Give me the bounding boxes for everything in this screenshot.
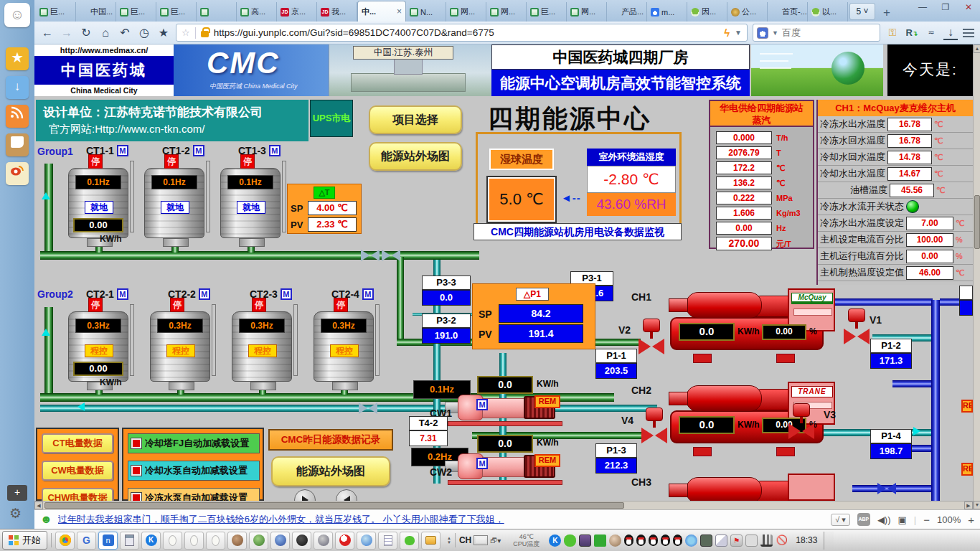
tower-mode-badge[interactable]: 就地 bbox=[161, 201, 189, 214]
horizontal-scroll-thumb[interactable] bbox=[44, 502, 624, 509]
tray-qq-icon[interactable] bbox=[661, 534, 670, 546]
chw-energy-button[interactable]: CHW电量数据 bbox=[42, 488, 113, 501]
tab-5[interactable] bbox=[197, 2, 237, 22]
fullscreen-icon[interactable]: ▣ bbox=[898, 514, 907, 525]
scroll-up-arrow[interactable]: ▲ bbox=[974, 44, 980, 53]
window-close-button[interactable]: ✕ bbox=[957, 0, 980, 16]
tray-copy-icon[interactable] bbox=[715, 534, 727, 547]
tray-qq-icon[interactable] bbox=[636, 534, 646, 546]
chilled-valve-icon[interactable] bbox=[877, 483, 896, 494]
sidebar-add-button[interactable]: + bbox=[7, 485, 27, 501]
manual-valve-icon[interactable] bbox=[382, 250, 400, 261]
motor-valve-v3[interactable] bbox=[786, 403, 817, 441]
tray-compass-icon[interactable] bbox=[685, 534, 697, 547]
scroll-left-arrow[interactable]: ◀ bbox=[34, 501, 43, 509]
tray-flag-error-icon[interactable]: ⚑ bbox=[730, 534, 743, 547]
setpoint-value[interactable]: 46.00 bbox=[906, 266, 953, 280]
translate-icon[interactable]: R↴ bbox=[905, 27, 919, 38]
cooling-tower-ct1-2[interactable]: 停 0.1Hz 就地 bbox=[141, 156, 210, 247]
forward-button[interactable]: → bbox=[60, 27, 74, 39]
field-map-button-2[interactable]: 能源站外场图 bbox=[271, 456, 390, 486]
cooling-tower-ct1-1[interactable]: 停 0.1Hz 就地 0.00 KW/h bbox=[65, 156, 134, 247]
tray-signal-icon[interactable] bbox=[760, 534, 773, 547]
search-input[interactable] bbox=[782, 27, 861, 38]
taskbar-calculator-icon[interactable] bbox=[120, 532, 139, 550]
zoom-in-button[interactable]: + bbox=[968, 514, 974, 526]
downloads-icon[interactable]: ↓ bbox=[943, 26, 958, 40]
tab-1[interactable]: 巨... bbox=[36, 2, 76, 22]
taskbar-spinner[interactable]: ▲▼ bbox=[447, 537, 451, 545]
taskbar-g-icon[interactable]: G bbox=[77, 532, 96, 550]
url-dropdown-icon[interactable]: ▼ bbox=[735, 29, 742, 37]
scroll-down-arrow[interactable]: ▼ bbox=[974, 501, 980, 509]
tab-17[interactable]: 因... bbox=[687, 2, 727, 22]
settings-gear-icon[interactable]: ⚙ bbox=[9, 505, 22, 522]
tower-auto-load-row[interactable]: 冷却塔FJ自动加减载设置 bbox=[128, 433, 260, 453]
start-button[interactable]: 开始 bbox=[2, 531, 47, 550]
tab-3[interactable]: 巨... bbox=[116, 2, 156, 22]
tab-12[interactable]: 网... bbox=[486, 2, 527, 22]
field-map-button[interactable]: 能源站外场图 bbox=[369, 142, 462, 171]
manual-m-badge[interactable]: M bbox=[117, 288, 128, 300]
yesterday-energy-record-button[interactable]: CMC昨日能源数据记录 bbox=[268, 429, 393, 451]
cw-energy-button[interactable]: CW电量数据 bbox=[42, 461, 113, 481]
language-indicator[interactable]: CH bbox=[459, 535, 471, 545]
vertical-scroll-thumb[interactable] bbox=[974, 195, 980, 249]
tab-10[interactable]: N... bbox=[406, 2, 446, 22]
taskbar-egg-icon[interactable] bbox=[163, 532, 182, 550]
power-monitor-link[interactable]: CMC四期能源站机房用电设备数据监视 bbox=[473, 223, 682, 240]
tower-mode-badge[interactable]: 就地 bbox=[85, 201, 113, 214]
designer-line2[interactable]: 官方网站:Http://www.cn-tkn.com/ bbox=[49, 123, 205, 136]
tray-qq-icon[interactable] bbox=[673, 534, 682, 546]
taskbar-egg-icon[interactable] bbox=[206, 532, 225, 550]
manual-m-badge[interactable]: M bbox=[269, 145, 281, 156]
project-select-button[interactable]: 项目选择 bbox=[369, 105, 462, 134]
search-box[interactable]: ▼ bbox=[753, 24, 880, 42]
password-key-icon[interactable]: ⚿ bbox=[885, 27, 900, 39]
motor-valve-v4[interactable] bbox=[639, 408, 670, 445]
cooling-tower-ct2-2[interactable]: 停 0.3Hz 程控 bbox=[147, 300, 216, 390]
mute-page-icon[interactable]: ◀)) bbox=[877, 514, 891, 525]
nav-back-round-button[interactable] bbox=[336, 489, 357, 501]
tab-19[interactable]: 首页-... bbox=[768, 2, 808, 22]
manual-m-badge[interactable]: M bbox=[476, 458, 488, 469]
tab-20[interactable]: 以... bbox=[808, 2, 848, 22]
vertical-scrollbar[interactable]: ▲ ▼ bbox=[973, 44, 980, 509]
home-button[interactable]: ⌂ bbox=[98, 27, 113, 39]
tower-mode-badge[interactable]: 程控 bbox=[85, 344, 113, 357]
keyboard-layout-icon[interactable] bbox=[473, 535, 488, 545]
site-url[interactable]: http://www.medmax.cn/ bbox=[34, 44, 174, 56]
lightning-icon[interactable]: ϟ bbox=[724, 27, 730, 39]
red-checkbox-icon[interactable] bbox=[131, 466, 141, 476]
rss-icon[interactable] bbox=[6, 105, 29, 128]
manual-valve-icon[interactable] bbox=[359, 402, 377, 414]
cooling-tower-ct2-1[interactable]: 停 0.3Hz 程控 0.00 KW/h bbox=[65, 300, 134, 390]
tower-mode-badge[interactable]: 就地 bbox=[237, 201, 265, 214]
manual-m-badge[interactable]: M bbox=[281, 288, 292, 300]
window-minimize-button[interactable]: — bbox=[911, 0, 934, 16]
browser-logo-icon[interactable]: ☺ bbox=[4, 3, 30, 27]
zoom-level[interactable]: 100% bbox=[937, 514, 961, 525]
taskbar-egg-icon[interactable] bbox=[184, 532, 204, 550]
setpoint-value[interactable]: 100.00 bbox=[906, 233, 953, 247]
script-toggle-button[interactable]: √ ▾ bbox=[831, 514, 850, 526]
cooling-tower-ct1-3[interactable]: 停 0.1Hz 就地 bbox=[217, 156, 286, 247]
zoom-out-button[interactable]: − bbox=[923, 514, 930, 526]
tray-box-icon[interactable] bbox=[700, 534, 712, 547]
tray-qq-icon[interactable] bbox=[624, 534, 633, 546]
taskbar-avatar-icon[interactable] bbox=[227, 532, 247, 550]
manual-m-badge[interactable]: M bbox=[362, 288, 374, 300]
bookmark-star-button[interactable]: ★ bbox=[156, 26, 171, 39]
tab-count-dropdown[interactable]: 5 ˅ bbox=[849, 3, 875, 20]
history-button[interactable]: ◷ bbox=[137, 26, 151, 39]
taskbar-wechat-icon[interactable] bbox=[400, 532, 419, 550]
tab-2[interactable]: 中国... bbox=[76, 2, 116, 22]
motor-valve-v1[interactable] bbox=[841, 309, 872, 346]
notes-icon[interactable] bbox=[6, 133, 29, 156]
more-tools-icon[interactable]: ≂ bbox=[924, 28, 938, 37]
url-input[interactable]: ☆ https://gui.yunplc.com/Gui?sid=69851DC… bbox=[176, 24, 748, 42]
tab-15[interactable]: 产品... bbox=[607, 2, 647, 22]
taskbar-notepad-icon[interactable] bbox=[378, 532, 397, 550]
tray-wechat-icon[interactable] bbox=[564, 534, 576, 547]
cooling-tower-ct2-3[interactable]: 停 0.3Hz 程控 bbox=[229, 300, 298, 390]
